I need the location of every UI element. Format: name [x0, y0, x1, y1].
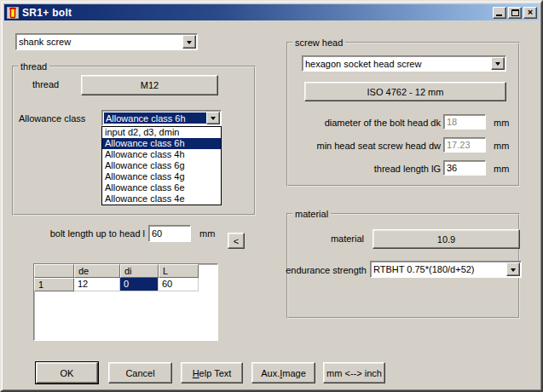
allowance-class-combo[interactable]: Allowance class 6h [101, 110, 222, 126]
ok-button[interactable]: OK [36, 362, 98, 383]
bolt-app-icon [7, 7, 19, 19]
standard-size-button[interactable]: ISO 4762 - 12 mm [304, 82, 506, 101]
mm-inch-toggle-button[interactable]: mm <--> inch [323, 362, 385, 383]
bolt-type-dropdown-button[interactable] [182, 35, 196, 49]
dk-input[interactable] [443, 114, 486, 130]
list-item[interactable]: Allowance class 4h [102, 149, 221, 160]
maximize-icon [511, 9, 519, 16]
material-button[interactable]: 10.9 [373, 229, 520, 249]
geometry-table: de di L 1 12 0 60 [33, 263, 218, 341]
dw-unit-label: mm [494, 141, 509, 151]
list-item[interactable]: Allowance class 6g [102, 160, 221, 171]
cancel-button[interactable]: Cancel [108, 362, 172, 383]
chevron-down-icon [511, 268, 516, 272]
dw-label: min head seat screw head dw [300, 141, 441, 151]
bolt-length-input[interactable] [148, 225, 191, 242]
close-icon: × [524, 7, 536, 17]
thread-length-unit-label: mm [494, 164, 509, 174]
allowance-class-dropdown-button[interactable] [206, 112, 220, 124]
cell-L[interactable]: 60 [159, 278, 199, 291]
bolt-length-label: bolt length up to head l [19, 228, 145, 239]
table-header-di: di [120, 264, 159, 278]
table-row: 1 12 0 60 [34, 278, 217, 291]
thread-group-title: thread [18, 61, 49, 72]
minimize-icon [496, 14, 502, 16]
endurance-strength-label: endurance strength [281, 265, 367, 275]
chevron-down-icon [495, 62, 500, 66]
title-bar[interactable]: SR1+ bolt × [4, 4, 539, 20]
dw-input[interactable] [443, 137, 486, 153]
list-item[interactable]: Allowance class 4g [102, 171, 221, 182]
chevron-down-icon [211, 117, 216, 120]
aux-pre: Aux. [261, 368, 280, 378]
list-item-selected[interactable]: Allowance class 6h [102, 138, 221, 149]
help-underline: H [193, 368, 199, 378]
thread-length-input[interactable] [443, 160, 486, 176]
row-header-cell: 1 [34, 278, 74, 291]
help-rest: elp Text [199, 368, 232, 378]
bolt-length-unit-label: mm [199, 228, 215, 239]
allowance-class-value: Allowance class 6h [104, 112, 206, 124]
help-text-button[interactable]: Help Text [181, 362, 243, 383]
allowance-class-dropdown-list: input d2, d3, dmin Allowance class 6h Al… [101, 126, 222, 205]
endurance-strength-combo[interactable]: RTBHT 0.75*(180/d+52) [370, 261, 522, 278]
allowance-class-label: Allowance class [19, 113, 85, 124]
dk-unit-label: mm [494, 118, 509, 128]
dk-label: diameter of the bolt head dk [300, 118, 441, 128]
maximize-button[interactable] [508, 7, 522, 19]
close-button[interactable]: × [523, 7, 537, 19]
material-label: material [283, 233, 364, 244]
bolt-type-combo[interactable]: shank screw [15, 33, 198, 50]
minimize-button[interactable] [493, 7, 506, 19]
screw-head-type-dropdown-button[interactable] [491, 57, 505, 70]
list-item[interactable]: input d2, d3, dmin [102, 127, 221, 138]
cell-di-selected[interactable]: 0 [120, 278, 159, 291]
window-title: SR1+ bolt [22, 7, 491, 19]
table-corner-cell [34, 264, 74, 278]
screw-head-type-value: hexagon socket head screw [305, 59, 490, 69]
thread-length-label: thread length lG [300, 164, 441, 174]
screw-head-type-combo[interactable]: hexagon socket head screw [302, 55, 506, 72]
chevron-down-icon [187, 41, 192, 44]
bolt-type-value: shank screw [19, 37, 182, 47]
table-header-L: L [159, 264, 199, 278]
endurance-strength-value: RTBHT 0.75*(180/d+52) [373, 264, 505, 274]
material-group-title: material [292, 209, 331, 219]
table-header-de: de [74, 264, 120, 278]
thread-size-button[interactable]: M12 [81, 75, 218, 95]
list-item[interactable]: Allowance class 6e [102, 182, 221, 193]
list-item[interactable]: Allowance class 4e [102, 193, 221, 205]
cell-de[interactable]: 12 [74, 278, 120, 291]
aux-rest: mage [282, 368, 306, 378]
screw-head-group-title: screw head [292, 37, 345, 48]
table-header-row: de di L [34, 264, 217, 278]
aux-image-button[interactable]: Aux. Image [251, 362, 315, 383]
dialog-window: SR1+ bolt × shank screw thread thread M1… [0, 0, 543, 392]
endurance-strength-dropdown-button[interactable] [506, 262, 520, 276]
thread-label: thread [32, 79, 59, 89]
length-picker-button[interactable]: < [228, 233, 245, 249]
